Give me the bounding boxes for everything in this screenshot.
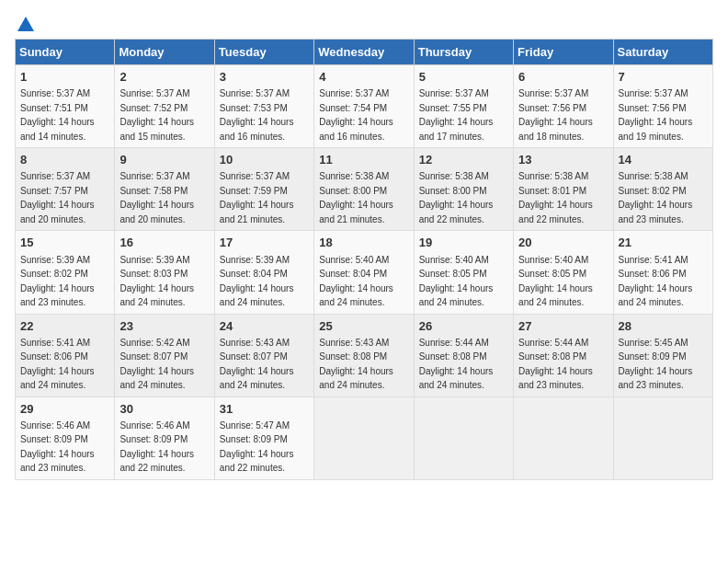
day-detail: Sunrise: 5:38 AMSunset: 8:02 PMDaylight:… — [619, 171, 693, 224]
calendar-cell-18: 18Sunrise: 5:40 AMSunset: 8:04 PMDayligh… — [314, 231, 414, 314]
calendar-cell-11: 11Sunrise: 5:38 AMSunset: 8:00 PMDayligh… — [314, 148, 414, 231]
svg-marker-0 — [17, 17, 34, 31]
calendar-cell-empty — [613, 396, 712, 479]
calendar-header-tuesday: Tuesday — [214, 40, 313, 65]
day-number: 1 — [20, 69, 109, 86]
day-number: 20 — [518, 235, 608, 251]
day-detail: Sunrise: 5:44 AMSunset: 8:08 PMDaylight:… — [419, 338, 494, 391]
day-number: 18 — [319, 235, 408, 251]
calendar-cell-17: 17Sunrise: 5:39 AMSunset: 8:04 PMDayligh… — [214, 231, 313, 314]
logo-text — [15, 15, 37, 35]
day-detail: Sunrise: 5:37 AMSunset: 7:57 PMDaylight:… — [20, 171, 95, 224]
calendar-cell-26: 26Sunrise: 5:44 AMSunset: 8:08 PMDayligh… — [414, 314, 513, 396]
day-detail: Sunrise: 5:46 AMSunset: 8:09 PMDaylight:… — [119, 420, 194, 474]
day-number: 7 — [619, 69, 708, 86]
day-number: 21 — [619, 235, 708, 251]
calendar-cell-25: 25Sunrise: 5:43 AMSunset: 8:08 PMDayligh… — [314, 314, 414, 396]
day-detail: Sunrise: 5:37 AMSunset: 7:59 PMDaylight:… — [220, 171, 294, 224]
day-detail: Sunrise: 5:47 AMSunset: 8:09 PMDaylight:… — [220, 420, 294, 474]
day-number: 5 — [419, 69, 508, 86]
day-detail: Sunrise: 5:46 AMSunset: 8:09 PMDaylight:… — [20, 420, 95, 474]
calendar-cell-13: 13Sunrise: 5:38 AMSunset: 8:01 PMDayligh… — [514, 148, 613, 231]
day-detail: Sunrise: 5:41 AMSunset: 8:06 PMDaylight:… — [619, 255, 693, 308]
calendar-cell-8: 8Sunrise: 5:37 AMSunset: 7:57 PMDaylight… — [16, 148, 115, 231]
day-number: 8 — [20, 152, 109, 168]
header — [15, 15, 713, 31]
calendar-cell-15: 15Sunrise: 5:39 AMSunset: 8:02 PMDayligh… — [16, 231, 115, 314]
day-detail: Sunrise: 5:37 AMSunset: 7:56 PMDaylight:… — [619, 88, 693, 142]
calendar-week-5: 29Sunrise: 5:46 AMSunset: 8:09 PMDayligh… — [16, 396, 713, 479]
calendar-cell-empty — [514, 396, 613, 479]
day-number: 17 — [220, 235, 309, 251]
calendar-cell-3: 3Sunrise: 5:37 AMSunset: 7:53 PMDaylight… — [214, 65, 313, 148]
day-detail: Sunrise: 5:43 AMSunset: 8:07 PMDaylight:… — [220, 338, 294, 391]
day-detail: Sunrise: 5:37 AMSunset: 7:54 PMDaylight:… — [319, 88, 393, 142]
day-number: 24 — [220, 318, 309, 335]
day-number: 3 — [220, 69, 309, 86]
logo — [15, 15, 37, 31]
day-number: 28 — [619, 318, 708, 335]
day-detail: Sunrise: 5:37 AMSunset: 7:53 PMDaylight:… — [220, 88, 294, 142]
day-detail: Sunrise: 5:37 AMSunset: 7:56 PMDaylight:… — [518, 88, 593, 142]
calendar-cell-4: 4Sunrise: 5:37 AMSunset: 7:54 PMDaylight… — [314, 65, 414, 148]
day-detail: Sunrise: 5:44 AMSunset: 8:08 PMDaylight:… — [518, 338, 593, 391]
calendar-cell-28: 28Sunrise: 5:45 AMSunset: 8:09 PMDayligh… — [613, 314, 712, 396]
day-number: 12 — [419, 152, 508, 168]
day-detail: Sunrise: 5:38 AMSunset: 8:01 PMDaylight:… — [518, 171, 593, 224]
calendar-cell-empty — [414, 396, 513, 479]
day-detail: Sunrise: 5:37 AMSunset: 7:52 PMDaylight:… — [119, 88, 194, 142]
calendar-header-friday: Friday — [514, 40, 613, 65]
page-container: SundayMondayTuesdayWednesdayThursdayFrid… — [15, 15, 713, 480]
day-detail: Sunrise: 5:43 AMSunset: 8:08 PMDaylight:… — [319, 338, 393, 391]
calendar-table: SundayMondayTuesdayWednesdayThursdayFrid… — [15, 39, 713, 480]
calendar-header-saturday: Saturday — [613, 40, 712, 65]
day-detail: Sunrise: 5:42 AMSunset: 8:07 PMDaylight:… — [119, 338, 194, 391]
day-detail: Sunrise: 5:37 AMSunset: 7:55 PMDaylight:… — [419, 88, 494, 142]
calendar-week-2: 8Sunrise: 5:37 AMSunset: 7:57 PMDaylight… — [16, 148, 713, 231]
day-number: 26 — [419, 318, 508, 335]
calendar-cell-12: 12Sunrise: 5:38 AMSunset: 8:00 PMDayligh… — [414, 148, 513, 231]
calendar-header-row: SundayMondayTuesdayWednesdayThursdayFrid… — [16, 40, 713, 65]
day-detail: Sunrise: 5:41 AMSunset: 8:06 PMDaylight:… — [20, 338, 95, 391]
day-number: 11 — [319, 152, 408, 168]
day-number: 14 — [619, 152, 708, 168]
day-number: 2 — [119, 69, 209, 86]
day-number: 27 — [518, 318, 608, 335]
calendar-cell-30: 30Sunrise: 5:46 AMSunset: 8:09 PMDayligh… — [115, 396, 214, 479]
calendar-cell-23: 23Sunrise: 5:42 AMSunset: 8:07 PMDayligh… — [115, 314, 214, 396]
day-number: 22 — [20, 318, 109, 335]
calendar-cell-7: 7Sunrise: 5:37 AMSunset: 7:56 PMDaylight… — [613, 65, 712, 148]
calendar-cell-20: 20Sunrise: 5:40 AMSunset: 8:05 PMDayligh… — [514, 231, 613, 314]
day-number: 31 — [220, 401, 309, 418]
calendar-cell-22: 22Sunrise: 5:41 AMSunset: 8:06 PMDayligh… — [16, 314, 115, 396]
calendar-header-wednesday: Wednesday — [314, 40, 414, 65]
day-detail: Sunrise: 5:38 AMSunset: 8:00 PMDaylight:… — [419, 171, 494, 224]
day-number: 23 — [119, 318, 209, 335]
calendar-week-4: 22Sunrise: 5:41 AMSunset: 8:06 PMDayligh… — [16, 314, 713, 396]
calendar-header-monday: Monday — [115, 40, 214, 65]
calendar-cell-1: 1Sunrise: 5:37 AMSunset: 7:51 PMDaylight… — [16, 65, 115, 148]
calendar-cell-21: 21Sunrise: 5:41 AMSunset: 8:06 PMDayligh… — [613, 231, 712, 314]
day-number: 4 — [319, 69, 408, 86]
day-detail: Sunrise: 5:39 AMSunset: 8:03 PMDaylight:… — [119, 255, 194, 308]
calendar-cell-27: 27Sunrise: 5:44 AMSunset: 8:08 PMDayligh… — [514, 314, 613, 396]
day-detail: Sunrise: 5:38 AMSunset: 8:00 PMDaylight:… — [319, 171, 393, 224]
day-number: 30 — [119, 401, 209, 418]
calendar-cell-2: 2Sunrise: 5:37 AMSunset: 7:52 PMDaylight… — [115, 65, 214, 148]
day-detail: Sunrise: 5:39 AMSunset: 8:02 PMDaylight:… — [20, 255, 95, 308]
day-detail: Sunrise: 5:37 AMSunset: 7:58 PMDaylight:… — [119, 171, 194, 224]
logo-icon — [16, 15, 36, 35]
calendar-cell-16: 16Sunrise: 5:39 AMSunset: 8:03 PMDayligh… — [115, 231, 214, 314]
day-number: 16 — [119, 235, 209, 251]
day-number: 6 — [518, 69, 608, 86]
day-detail: Sunrise: 5:40 AMSunset: 8:04 PMDaylight:… — [319, 255, 393, 308]
calendar-cell-29: 29Sunrise: 5:46 AMSunset: 8:09 PMDayligh… — [16, 396, 115, 479]
calendar-cell-24: 24Sunrise: 5:43 AMSunset: 8:07 PMDayligh… — [214, 314, 313, 396]
calendar-week-1: 1Sunrise: 5:37 AMSunset: 7:51 PMDaylight… — [16, 65, 713, 148]
day-number: 10 — [220, 152, 309, 168]
calendar-cell-9: 9Sunrise: 5:37 AMSunset: 7:58 PMDaylight… — [115, 148, 214, 231]
day-detail: Sunrise: 5:45 AMSunset: 8:09 PMDaylight:… — [619, 338, 693, 391]
calendar-cell-14: 14Sunrise: 5:38 AMSunset: 8:02 PMDayligh… — [613, 148, 712, 231]
day-detail: Sunrise: 5:40 AMSunset: 8:05 PMDaylight:… — [518, 255, 593, 308]
day-detail: Sunrise: 5:37 AMSunset: 7:51 PMDaylight:… — [20, 88, 95, 142]
